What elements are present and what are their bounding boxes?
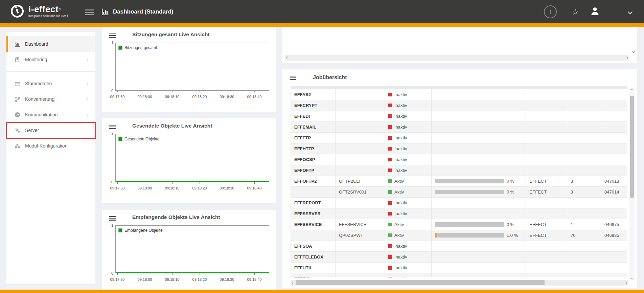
app-page: i-effect® integrated solutions for IBM i… (0, 0, 644, 293)
subsystem-cell (336, 208, 385, 219)
panel-menu-icon[interactable] (109, 124, 116, 130)
vertical-scroll-thumb[interactable] (630, 96, 634, 198)
x-axis-label: 09:18:30 (220, 95, 234, 99)
sidebar-item-dashboard[interactable]: Dashboard (6, 36, 95, 52)
table-horizontal-scrollbar[interactable] (291, 280, 628, 286)
job-id-cell (601, 111, 627, 121)
user-cell: IEFFECT (525, 176, 567, 186)
subsystem-cell: QP0ZSPWT (336, 230, 385, 241)
user-icon[interactable] (590, 6, 600, 17)
status-label: Inaktiv (394, 135, 407, 140)
cpu-cell (432, 100, 525, 111)
cpu-progress-bar (435, 222, 504, 227)
x-axis-tick (227, 182, 227, 184)
subsystem-cell (336, 263, 385, 273)
cpu-cell (432, 252, 525, 262)
table-row-effoftp2[interactable]: EFFOFTP2OFTP2CLTAktiv0 %IEFFECT3047013 (291, 176, 627, 187)
x-axis-label: 09:18:20 (192, 186, 207, 190)
x-axis-label: 09:17:50 (110, 277, 125, 281)
count-cell (567, 143, 601, 154)
panel-menu-icon[interactable] (109, 215, 116, 221)
table-row-effservice[interactable]: EFFSERVICEEFFSERVICEAktiv0 %IEFFECT10469… (291, 219, 627, 230)
accent-bar-top (0, 23, 644, 27)
y-axis-label-max: 1 (107, 41, 113, 45)
scroll-up-icon[interactable] (630, 89, 633, 91)
panel-scroll-down-icon[interactable] (632, 50, 635, 53)
favorite-star-icon[interactable]: ☆ (572, 7, 579, 17)
table-row-effoftp[interactable]: EFFOFTPInaktiv (291, 165, 627, 176)
table-row-effcrypt[interactable]: EFFCRYPTInaktiv (291, 100, 627, 111)
job-id-cell (601, 198, 627, 208)
table-row-effutil[interactable]: EFFUTILInaktiv (291, 263, 627, 273)
chevron-left-icon (87, 58, 90, 61)
menu-toggle-icon[interactable] (85, 8, 94, 17)
scroll-left-icon[interactable] (292, 281, 294, 284)
x-axis-label: 09:18:10 (165, 277, 180, 281)
panel-horizontal-scrollbar[interactable] (285, 55, 629, 61)
horizontal-scroll-thumb[interactable] (296, 280, 545, 285)
status-label: Inaktiv (394, 254, 407, 260)
x-axis-label: 09:18:20 (192, 277, 207, 281)
status-cell: Inaktiv (385, 100, 432, 111)
user-menu-caret-icon[interactable] (628, 9, 632, 15)
brand-tagline: integrated solutions for IBM i (28, 15, 68, 18)
sidebar-item-kommunikation[interactable]: Kommunikation (6, 107, 95, 122)
status-square-icon (388, 158, 392, 161)
sidebar-item-server[interactable]: Server (6, 122, 95, 138)
status-cell: Inaktiv (385, 143, 432, 154)
cpu-cell (432, 241, 525, 251)
subsystem-cell (336, 154, 385, 165)
job-name-cell: EFFFTP (291, 133, 336, 143)
table-row-efftelebox[interactable]: EFFTELEBOXInaktiv (291, 252, 627, 263)
user-cell (525, 198, 567, 208)
sidebar-divider (6, 71, 95, 72)
panel-menu-icon[interactable] (290, 75, 296, 81)
status-label: Inaktiv (394, 103, 407, 108)
job-name-cell: EFFTELEBOX (291, 252, 336, 262)
table-row-effedi[interactable]: EFFEDIInaktiv (291, 111, 627, 122)
sidebar-item-label: Modul-Konfiguration (25, 143, 67, 149)
top-scroll-panel (282, 27, 637, 63)
sidebar-item-konvertierung[interactable]: Konvertierung (6, 91, 95, 107)
sidebar-item-label: Konvertierung (25, 96, 54, 102)
status-label: Aktiv (394, 233, 404, 238)
list-icon (15, 81, 21, 87)
status-label: Inaktiv (394, 211, 407, 216)
scroll-right-icon[interactable] (625, 281, 627, 284)
job-name-cell: EFFEDI (291, 111, 336, 121)
table-row-effserver[interactable]: EFFSERVERInaktiv (291, 208, 627, 219)
table-row-sub-oft2srv001[interactable]: OFT2SRV001Aktiv0 %IEFFECT3047014 (291, 187, 627, 198)
table-vertical-scrollbar[interactable] (629, 88, 635, 280)
status-cell: Aktiv (385, 230, 432, 241)
status-label: Inaktiv (394, 200, 407, 205)
sidebar-item-monitoring[interactable]: Monitoring (6, 52, 95, 67)
user-cell (525, 154, 567, 165)
table-row-effemail[interactable]: EFFEMAILInaktiv (291, 122, 627, 133)
scroll-down-icon[interactable] (630, 277, 633, 279)
x-axis-tick (117, 182, 118, 184)
table-row-effsoa[interactable]: EFFSOAInaktiv (291, 241, 627, 252)
status-square-icon (388, 266, 392, 270)
sidebar-item-label: Monitoring (25, 57, 47, 62)
sidebar-item-stammdaten[interactable]: Stammdaten (6, 76, 95, 91)
table-row-effas2[interactable]: EFFAS2Inaktiv (291, 89, 627, 100)
upload-circle-icon[interactable]: ↑ (544, 5, 557, 18)
cpu-cell: 0 % (432, 219, 525, 230)
scroll-left-icon[interactable] (286, 57, 289, 59)
table-row-effhttp[interactable]: EFFHTTPInaktiv (291, 143, 627, 154)
legend-label: Gesendete Objekte (124, 137, 159, 141)
count-cell (567, 111, 601, 121)
table-row-effreport[interactable]: EFFREPORTInaktiv (291, 198, 627, 208)
panel-menu-icon[interactable] (109, 32, 116, 39)
job-id-cell: 047014 (601, 187, 627, 197)
chevron-left-icon (87, 82, 90, 85)
sidebar-item-label: Kommunikation (25, 112, 58, 117)
y-axis-label-max: 1 (107, 132, 113, 136)
table-row-effzip[interactable]: EFFZIPInaktiv (291, 273, 627, 277)
plot-area: Gesendete Objekte (115, 134, 269, 182)
table-row-sub-qp0zspwt[interactable]: QP0ZSPWTAktiv1.0 %IEFFECT70046985 (291, 230, 627, 241)
sidebar-item-modul-konfiguration[interactable]: Modul-Konfiguration (6, 138, 95, 154)
table-row-effftp[interactable]: EFFFTPInaktiv (291, 133, 627, 143)
scroll-right-icon[interactable] (625, 57, 628, 59)
table-row-effocsp[interactable]: EFFOCSPInaktiv (291, 154, 627, 165)
